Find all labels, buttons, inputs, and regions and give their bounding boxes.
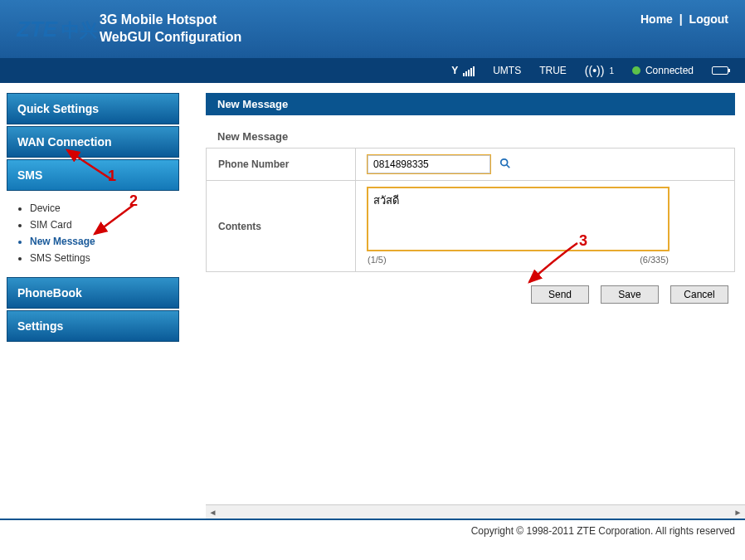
statusbar: Y UMTS TRUE ((•)) 1 Connected xyxy=(0,58,745,83)
char-counter: (6/335) xyxy=(640,255,669,265)
network-type: UMTS xyxy=(493,65,521,76)
form-table: Phone Number Contents (1/5) (6/335) xyxy=(206,148,735,272)
home-link[interactable]: Home xyxy=(640,12,673,26)
battery-icon xyxy=(712,66,728,75)
wifi-indicator: ((•)) 1 xyxy=(585,64,614,77)
battery-indicator xyxy=(712,66,728,75)
svg-text:中兴: 中兴 xyxy=(61,20,98,41)
logout-link[interactable]: Logout xyxy=(689,12,728,26)
sidebar-item-settings[interactable]: Settings xyxy=(7,310,179,342)
svg-text:ZTE: ZTE xyxy=(17,17,58,41)
signal-indicator: Y xyxy=(451,65,475,76)
footer: Copyright © 1998-2011 ZTE Corporation. A… xyxy=(0,520,745,542)
scroll-right-icon[interactable]: ► xyxy=(731,506,745,519)
horizontal-scrollbar[interactable]: ◄ ► xyxy=(206,504,745,519)
panel-title: New Message xyxy=(206,93,735,115)
svg-point-3 xyxy=(501,159,508,166)
contents-input[interactable] xyxy=(368,187,669,251)
search-icon[interactable] xyxy=(499,158,511,172)
contents-label: Contents xyxy=(207,181,356,272)
sidebar-item-phonebook[interactable]: PhoneBook xyxy=(7,277,179,309)
connected-icon xyxy=(632,66,640,75)
phone-input[interactable] xyxy=(368,155,490,173)
logo: ZTE 中兴 xyxy=(17,12,100,46)
sidebar-sub-sms-settings[interactable]: SMS Settings xyxy=(30,252,179,264)
signal-bars-icon xyxy=(463,65,475,76)
annotation-3: 3 xyxy=(579,232,587,250)
content: New Message New Message Phone Number Con… xyxy=(186,83,745,504)
annotation-1: 1 xyxy=(108,168,116,185)
header: ZTE 中兴 3G Mobile Hotspot WebGUI Configur… xyxy=(0,0,745,58)
section-label: New Message xyxy=(206,115,735,148)
header-links: Home | Logout xyxy=(640,12,728,26)
svg-line-4 xyxy=(507,165,510,168)
page-counter: (1/5) xyxy=(368,255,387,265)
cancel-button[interactable]: Cancel xyxy=(670,285,728,304)
annotation-arrow-3 xyxy=(521,239,587,289)
wifi-icon: ((•)) xyxy=(585,64,605,77)
page-title: 3G Mobile Hotspot WebGUI Configuration xyxy=(100,12,241,46)
save-button[interactable]: Save xyxy=(601,285,659,304)
scroll-left-icon[interactable]: ◄ xyxy=(206,506,220,519)
phone-label: Phone Number xyxy=(207,149,356,181)
operator-name: TRUE xyxy=(539,65,567,76)
sidebar-item-quick-settings[interactable]: Quick Settings xyxy=(7,93,179,124)
sidebar: Quick Settings WAN Connection 1 SMS Devi… xyxy=(0,83,186,504)
connection-status: Connected xyxy=(632,65,694,76)
annotation-2: 2 xyxy=(129,192,138,210)
